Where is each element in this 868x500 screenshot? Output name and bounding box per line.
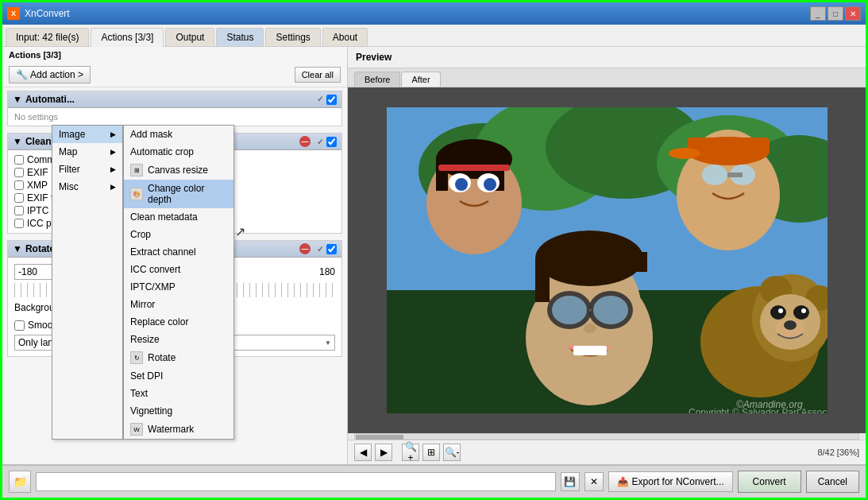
actions-toolbar: 🔧 Add action > Clear all [2, 63, 347, 87]
exif-thumbnail-checkbox[interactable] [14, 193, 24, 203]
svg-point-16 [484, 178, 496, 191]
section-clean-title: Clean metadata [25, 136, 96, 147]
comment-label: Comment [27, 154, 68, 165]
exif-checkbox[interactable] [14, 168, 24, 177]
text-label: Text [130, 388, 148, 399]
save-button[interactable]: 💾 [561, 472, 580, 491]
collapse-icon-2: ▼ [13, 136, 22, 147]
watermark-label: Watermark [148, 424, 194, 435]
icc-profile-row: ICC profile [14, 217, 335, 230]
svg-point-22 [702, 165, 727, 185]
section-automati-content: No settings [8, 108, 341, 126]
svg-rect-24 [727, 172, 743, 177]
preview-scrollbar[interactable] [354, 433, 859, 440]
fit-button[interactable]: ⊞ [422, 444, 440, 461]
no-settings-label: No settings [14, 110, 58, 123]
convert-button[interactable]: Convert [738, 471, 801, 493]
window-controls: _ □ ✕ [810, 6, 861, 21]
landscape-dropdown[interactable]: Only landscape ▼ [14, 335, 335, 351]
minimize-button[interactable]: _ [810, 6, 826, 21]
rotate-slider[interactable] [14, 283, 335, 297]
maximize-button[interactable]: □ [827, 6, 843, 21]
exif-label: EXIF [27, 167, 48, 178]
export-label: Export for NConvert... [632, 476, 724, 487]
delete-button[interactable]: ✕ [584, 472, 604, 491]
menu-text[interactable]: Text [124, 385, 233, 402]
section-clean-metadata-header: ▼ Clean metadata — ✓ [8, 134, 341, 150]
rotate-value: 180 [319, 266, 335, 277]
smooth-row: Smooth [14, 318, 335, 332]
tab-actions[interactable]: Actions [3/3] [91, 28, 164, 47]
menu-set-dpi[interactable]: Set DPI [124, 367, 233, 385]
zoom-in-button[interactable]: 🔍+ [402, 444, 419, 461]
collapse-icon-3: ▼ [13, 243, 22, 254]
rotate-label: An... [67, 266, 87, 277]
tab-before[interactable]: Before [354, 72, 400, 87]
comment-row: Comment [14, 153, 335, 166]
preview-image-area: ©Amandine.org Copyright © Salvador Pan A… [348, 87, 866, 433]
bg-color-row: Background color [14, 297, 335, 318]
tab-settings[interactable]: Settings [265, 28, 320, 46]
left-panel: Actions [3/3] 🔧 Add action > Clear all ▼… [2, 47, 348, 464]
section-automati-header: ▼ Automati... ✓ [8, 91, 341, 108]
section-automati: ▼ Automati... ✓ No settings [7, 91, 342, 126]
preview-info: 8/42 [36%] [817, 448, 859, 457]
rotate-controls: An... 180 [14, 261, 335, 283]
iptc-checkbox[interactable] [14, 206, 24, 215]
zoom-out-button[interactable]: 🔍- [443, 444, 461, 461]
section-remove-btn[interactable]: — [299, 136, 311, 147]
svg-point-21 [669, 148, 700, 159]
cancel-button[interactable]: Cancel [806, 471, 859, 493]
tab-input[interactable]: Input: 42 file(s) [6, 28, 89, 46]
actions-header: Actions [3/3] [2, 47, 347, 63]
preview-image: ©Amandine.org Copyright © Salvador Pan A… [387, 107, 827, 413]
icc-profile-checkbox[interactable] [14, 219, 24, 228]
svg-point-15 [455, 178, 468, 191]
svg-point-45 [793, 305, 809, 320]
xmp-checkbox[interactable] [14, 180, 24, 190]
output-path-input[interactable] [36, 472, 556, 491]
app-icon: X [7, 7, 20, 20]
window-title: XnConvert [25, 8, 70, 19]
close-button[interactable]: ✕ [845, 6, 861, 21]
iptc-row: IPTC [14, 204, 335, 217]
clear-all-button[interactable]: Clear all [295, 67, 341, 83]
section-clean-content: Comment EXIF XMP EXIF thumbnail [8, 150, 341, 233]
menu-vignetting[interactable]: Vignetting [124, 402, 233, 420]
svg-text:Copyright © Salvador Pan Assoc: Copyright © Salvador Pan Associates Inc.… [689, 407, 827, 413]
rotate-input[interactable] [14, 264, 62, 280]
add-icon: 🔧 [16, 69, 28, 80]
right-panel: Preview Before After [348, 47, 866, 464]
preview-toolbar: ◀ ▶ 🔍+ ⊞ 🔍- 8/42 [36%] [348, 440, 866, 464]
section-clean-metadata: ▼ Clean metadata — ✓ Comment EXI [7, 133, 342, 234]
menu-watermark[interactable]: W Watermark [124, 420, 233, 439]
svg-rect-36 [573, 346, 607, 355]
main-window: X XnConvert _ □ ✕ Input: 42 file(s) Acti… [0, 0, 868, 500]
rotate-checked-icon: ✓ [317, 245, 323, 254]
smooth-checkbox[interactable] [14, 320, 25, 331]
section-rotate: ▼ Rotate — ✓ An... 180 [7, 240, 342, 357]
bg-color-swatch[interactable] [95, 300, 110, 316]
section-rotate-enabled[interactable] [326, 244, 337, 254]
preview-header: Preview [348, 47, 866, 68]
xmp-row: XMP [14, 179, 335, 192]
title-bar-left: X XnConvert [7, 7, 70, 20]
tab-status[interactable]: Status [216, 28, 264, 46]
next-button[interactable]: ▶ [375, 444, 392, 461]
vignetting-label: Vignetting [130, 405, 172, 417]
svg-rect-12 [438, 165, 510, 171]
prev-button[interactable]: ◀ [354, 444, 372, 461]
export-button[interactable]: 📤 Export for NConvert... [608, 471, 733, 492]
dropdown-row: Only landscape ▼ [14, 332, 335, 353]
comment-checkbox[interactable] [14, 155, 24, 165]
tab-about[interactable]: About [322, 28, 368, 46]
section-automati-enabled[interactable] [326, 95, 337, 105]
section-rotate-remove-btn[interactable]: — [299, 243, 311, 254]
section-clean-enabled[interactable] [326, 137, 337, 147]
svg-point-44 [770, 305, 786, 320]
tab-output[interactable]: Output [165, 28, 214, 46]
tab-after[interactable]: After [401, 72, 440, 87]
svg-rect-29 [585, 252, 647, 272]
open-folder-button[interactable]: 📁 [9, 471, 31, 493]
add-action-button[interactable]: 🔧 Add action > [9, 66, 91, 83]
